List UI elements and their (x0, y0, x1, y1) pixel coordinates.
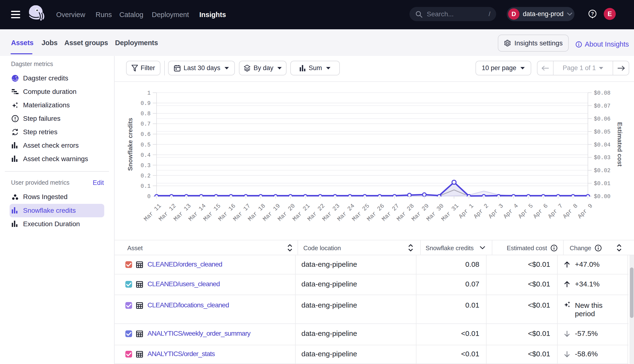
svg-text:Apr 5: Apr 5 (517, 202, 534, 220)
svg-text:Estimated cost: Estimated cost (616, 122, 624, 167)
svg-text:Apr 1: Apr 1 (458, 202, 475, 220)
svg-text:$0.08: $0.08 (594, 90, 610, 96)
svg-text:$0.03: $0.03 (594, 155, 610, 161)
svg-text:0.3: 0.3 (141, 162, 150, 169)
svg-text:0.7: 0.7 (141, 121, 150, 127)
svg-text:$0.02: $0.02 (594, 168, 610, 174)
svg-text:$0.07: $0.07 (594, 103, 610, 109)
svg-text:0.5: 0.5 (141, 142, 150, 148)
svg-text:Snowflake credits: Snowflake credits (126, 118, 134, 171)
svg-text:Apr 7: Apr 7 (546, 202, 564, 220)
svg-text:$0.05: $0.05 (594, 129, 610, 135)
svg-text:Apr 8: Apr 8 (562, 202, 579, 220)
svg-text:Apr 3: Apr 3 (487, 202, 505, 220)
svg-text:$0.06: $0.06 (594, 116, 610, 122)
svg-text:0.4: 0.4 (141, 152, 150, 158)
svg-text:0.2: 0.2 (141, 173, 150, 179)
svg-text:0.1: 0.1 (141, 183, 150, 190)
svg-text:0.6: 0.6 (141, 131, 150, 138)
svg-text:$0.01: $0.01 (594, 180, 610, 187)
svg-text:Apr 6: Apr 6 (532, 202, 550, 220)
svg-text:1: 1 (147, 90, 150, 96)
svg-text:$0.04: $0.04 (594, 142, 610, 148)
svg-text:?: ? (591, 11, 594, 16)
svg-text:0: 0 (147, 194, 150, 200)
svg-text:0.8: 0.8 (141, 111, 150, 117)
svg-text:0.9: 0.9 (141, 100, 150, 106)
svg-text:Apr 2: Apr 2 (472, 202, 490, 220)
svg-text:Apr 9: Apr 9 (576, 202, 594, 220)
svg-text:Apr 4: Apr 4 (502, 202, 520, 220)
svg-text:$0.00: $0.00 (594, 194, 610, 200)
